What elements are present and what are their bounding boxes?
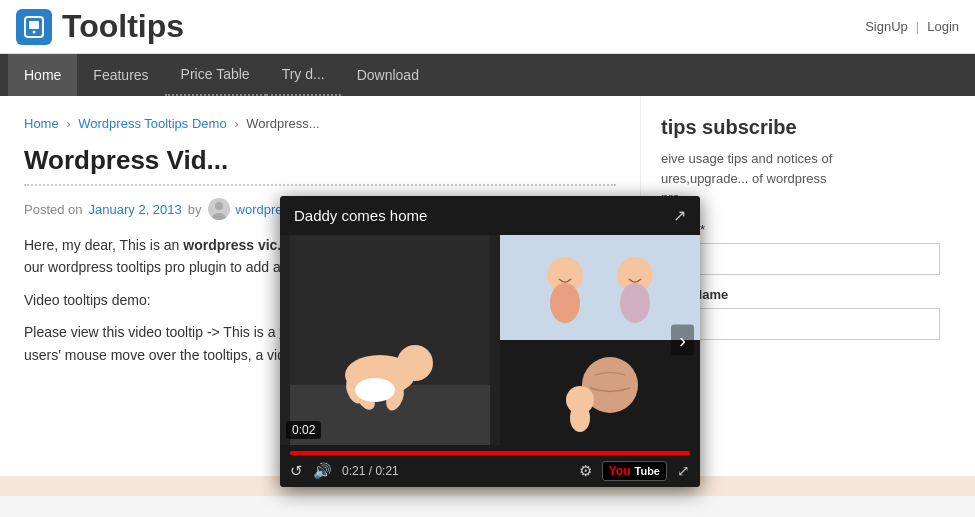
nav-bar: Home Features Price Table Try d... Downl… (0, 54, 975, 96)
thumb-main: 0:02 (280, 235, 500, 445)
time-total: 0:21 (375, 464, 398, 478)
svg-rect-13 (500, 235, 700, 340)
page-title: Wordpress Vid... (24, 145, 616, 186)
post-date[interactable]: January 2, 2013 (89, 202, 182, 217)
logo-text: Tooltips (62, 8, 184, 45)
nav-home[interactable]: Home (8, 54, 77, 96)
video-title: Daddy comes home (294, 207, 427, 224)
firstname-label: First Name (661, 287, 940, 302)
breadcrumb-sep-1: › (66, 116, 74, 131)
svg-point-4 (212, 213, 226, 220)
email-input[interactable] (661, 243, 940, 275)
fullscreen-icon[interactable]: ⤢ (677, 462, 690, 480)
bold-text: wordpress vic... (183, 237, 289, 253)
nav-price-table[interactable]: Price Table (165, 54, 266, 96)
svg-point-3 (215, 202, 223, 210)
svg-point-8 (397, 345, 433, 381)
thumb-top (500, 235, 700, 340)
next-button[interactable]: › (671, 325, 694, 356)
thumb-bottom (500, 340, 700, 445)
video-controls: ↺ 🔊 0:21 / 0:21 ⚙ You Tube ⤢ (280, 445, 700, 487)
svg-point-15 (550, 283, 580, 323)
time-current: 0:21 (342, 464, 365, 478)
svg-point-12 (355, 378, 395, 402)
posted-on-label: Posted on (24, 202, 83, 217)
firstname-input[interactable] (661, 308, 940, 340)
logo-area: Tooltips (16, 8, 184, 45)
nav-download[interactable]: Download (341, 54, 435, 96)
svg-point-17 (620, 283, 650, 323)
controls-right: ⚙ You Tube ⤢ (579, 461, 690, 481)
breadcrumb: Home › Wordpress Tooltips Demo › Wordpre… (24, 116, 616, 131)
sidebar-title: tips subscribe (661, 116, 940, 139)
svg-point-2 (33, 30, 36, 33)
volume-icon[interactable]: 🔊 (313, 462, 332, 480)
controls-row: ↺ 🔊 0:21 / 0:21 ⚙ You Tube ⤢ (290, 461, 690, 481)
youtube-badge: You Tube (602, 461, 667, 481)
progress-bar[interactable] (290, 451, 690, 455)
breadcrumb-demo[interactable]: Wordpress Tooltips Demo (78, 116, 226, 131)
yt-logo: You (609, 464, 631, 478)
breadcrumb-current: Wordpress... (246, 116, 319, 131)
svg-rect-1 (29, 21, 39, 29)
svg-point-21 (570, 404, 590, 432)
separator: | (916, 19, 919, 34)
settings-icon[interactable]: ⚙ (579, 462, 592, 480)
content-wrapper: Home › Wordpress Tooltips Demo › Wordpre… (0, 96, 975, 476)
thumb-grid (500, 235, 700, 445)
video-thumbnails: 0:02 (280, 235, 700, 445)
top-thumb-svg (500, 235, 700, 340)
breadcrumb-sep-2: › (234, 116, 242, 131)
nav-features[interactable]: Features (77, 54, 164, 96)
share-icon[interactable]: ↗ (673, 206, 686, 225)
yt-text: Tube (635, 465, 660, 477)
time-badge: 0:02 (286, 421, 321, 439)
main-thumb-svg (290, 235, 490, 445)
nav-try-demo[interactable]: Try d... (266, 54, 341, 96)
top-links: SignUp | Login (865, 19, 959, 34)
signup-link[interactable]: SignUp (865, 19, 908, 34)
video-tooltip-overlay: Daddy comes home ↗ (280, 196, 700, 487)
login-link[interactable]: Login (927, 19, 959, 34)
top-bar: Tooltips SignUp | Login (0, 0, 975, 54)
sidebar-desc: eive usage tips and notices of ures,upgr… (661, 149, 940, 208)
controls-left: ↺ 🔊 0:21 / 0:21 (290, 462, 399, 480)
video-header: Daddy comes home ↗ (280, 196, 700, 235)
progress-fill (290, 451, 690, 455)
breadcrumb-home[interactable]: Home (24, 116, 59, 131)
email-label: ddress* (661, 222, 940, 237)
time-display: 0:21 / 0:21 (342, 464, 399, 478)
logo-icon (16, 9, 52, 45)
bottom-thumb-svg (500, 340, 700, 445)
by-label: by (188, 202, 202, 217)
author-avatar (208, 198, 230, 220)
refresh-icon[interactable]: ↺ (290, 462, 303, 480)
